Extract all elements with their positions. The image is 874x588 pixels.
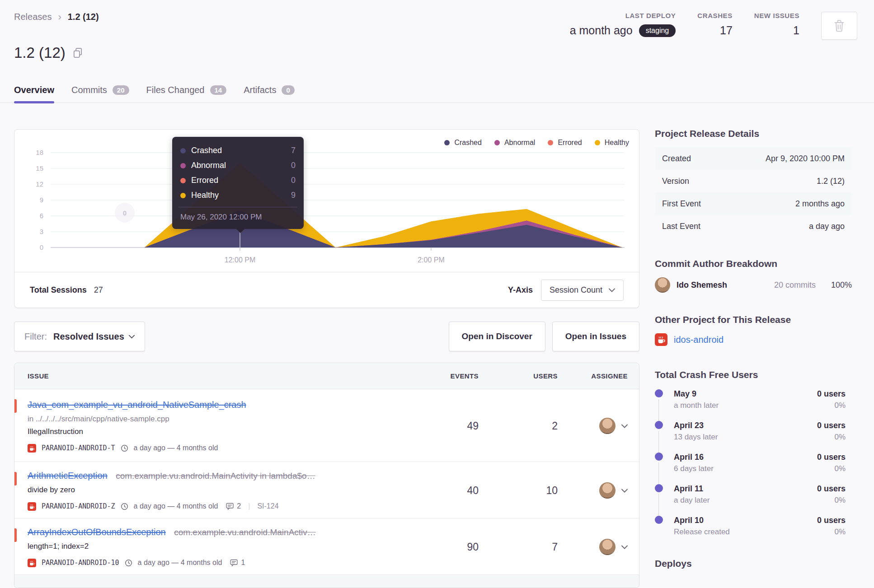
crashed-dot-icon — [444, 140, 450, 145]
svg-text:0: 0 — [40, 243, 43, 251]
breadcrumb-current: 1.2 (12) — [68, 12, 99, 22]
section-title: Other Project for This Release — [655, 314, 852, 325]
page-title: 1.2 (12) — [14, 44, 66, 61]
issue-message: IllegalInstruction — [28, 425, 429, 438]
issue-culprit: com.example.vu.android.MainActivity in l… — [116, 471, 315, 481]
legend-item-healthy[interactable]: Healthy — [595, 139, 629, 147]
issue-level-bar — [14, 399, 17, 413]
issue-events-count: 49 — [429, 420, 479, 432]
issue-row[interactable]: ArrayIndexOutOfBoundsException com.examp… — [14, 518, 639, 575]
svg-text:9: 9 — [40, 196, 43, 204]
entry-percent: 0% — [834, 495, 846, 506]
tab-strip: Overview Commits 20 Files Changed 14 Art… — [14, 85, 295, 103]
open-in-discover-button[interactable]: Open in Discover — [449, 322, 545, 351]
svg-text:12: 12 — [36, 180, 43, 188]
issue-users-count: 2 — [479, 420, 558, 432]
legend-label: Healthy — [605, 139, 629, 147]
author-commit-count: 20 commits — [774, 280, 816, 290]
project-coffee-icon — [28, 502, 36, 511]
breadcrumb-releases-link[interactable]: Releases — [14, 12, 52, 22]
tab-badge: 20 — [113, 85, 129, 95]
yaxis-label: Y-Axis — [508, 285, 533, 295]
crash-free-timeline: May 90 usersa month later0%April 230 use… — [655, 388, 852, 546]
issue-row[interactable]: Java_com_example_vu_android_NativeSample… — [14, 389, 639, 462]
issue-level-bar — [14, 472, 17, 485]
tab-badge: 0 — [282, 85, 294, 95]
timeline-dot-column — [655, 483, 663, 515]
comment-icon — [226, 503, 234, 510]
issue-events-count: 90 — [429, 541, 479, 553]
issue-title-link[interactable]: ArrayIndexOutOfBoundsException — [28, 527, 166, 537]
clock-icon — [121, 503, 128, 510]
legend-item-errored[interactable]: Errored — [548, 139, 582, 147]
tab-label: Files Changed — [146, 85, 205, 95]
legend-label: Abnormal — [504, 139, 535, 147]
copy-version-button[interactable] — [73, 47, 83, 58]
clock-icon — [121, 444, 128, 452]
chevron-down-icon[interactable] — [621, 424, 628, 428]
entry-date: April 11 — [674, 483, 703, 494]
tab-overview[interactable]: Overview — [14, 85, 54, 103]
tab-commits[interactable]: Commits 20 — [71, 85, 129, 103]
open-in-issues-button[interactable]: Open in Issues — [552, 322, 639, 351]
comment-count: 2 — [237, 500, 241, 513]
entry-percent: 0% — [834, 432, 846, 443]
assignee-avatar[interactable] — [599, 418, 616, 434]
yaxis-select[interactable]: Session Count — [541, 280, 624, 301]
legend-item-crashed[interactable]: Crashed — [444, 139, 481, 147]
chevron-down-icon[interactable] — [621, 545, 628, 549]
entry-date: May 9 — [674, 388, 696, 399]
project-link[interactable]: idos-android — [674, 335, 724, 345]
chevron-right-icon: › — [58, 13, 61, 22]
entry-users: 0 users — [817, 452, 846, 462]
detail-value: 1.2 (12) — [817, 177, 845, 186]
abnormal-dot-icon — [494, 140, 500, 145]
tab-badge: 14 — [210, 85, 227, 95]
title-row: 1.2 (12) — [14, 44, 83, 61]
section-title: Project Release Details — [655, 128, 852, 139]
total-sessions-label: Total Sessions — [30, 285, 87, 295]
chevron-down-icon[interactable] — [621, 489, 628, 493]
tab-label: Overview — [14, 85, 54, 95]
assignee-avatar[interactable] — [599, 539, 616, 555]
crash-free-entry: April 110 usersa day later0% — [655, 483, 846, 515]
filter-dropdown[interactable]: Filter: Resolved Issues — [14, 322, 145, 351]
issue-age: a day ago — 4 months old — [134, 442, 218, 454]
environment-badge: staging — [639, 24, 676, 37]
legend-label: Crashed — [454, 139, 481, 147]
issue-title-link[interactable]: ArithmeticException — [28, 471, 108, 481]
entry-relative-time: Release created — [674, 527, 730, 537]
issues-table-header: ISSUE EVENTS USERS ASSIGNEE — [14, 363, 639, 389]
legend-item-abnormal[interactable]: Abnormal — [494, 139, 535, 147]
timeline-connector — [658, 399, 659, 421]
issues-table: ISSUE EVENTS USERS ASSIGNEE Java_com_exa… — [14, 363, 639, 588]
issue-users-count: 10 — [479, 485, 558, 497]
other-project-section: Other Project for This Release idos-andr… — [655, 314, 852, 346]
issue-row[interactable]: ArithmeticException com.example.vu.andro… — [14, 462, 639, 518]
crash-free-entry: April 230 users13 days later0% — [655, 420, 846, 452]
issue-message: length=1; index=2 — [28, 540, 429, 553]
chart-legend: Crashed Abnormal Errored Healthy — [444, 139, 629, 147]
delete-release-button[interactable] — [821, 12, 857, 40]
tab-label: Commits — [71, 85, 107, 95]
main-column: Crashed Abnormal Errored Healthy 0369121… — [14, 129, 639, 588]
entry-relative-time: a month later — [674, 400, 719, 411]
section-title: Commit Author Breakdown — [655, 258, 852, 269]
tab-artifacts[interactable]: Artifacts 0 — [244, 85, 295, 103]
timeline-connector — [658, 494, 659, 516]
tab-files-changed[interactable]: Files Changed 14 — [146, 85, 227, 103]
copy-icon — [73, 47, 83, 58]
stat-label: NEW ISSUES — [754, 12, 799, 19]
timeline-dot-column — [655, 388, 663, 420]
crash-free-entry: April 160 users6 days later0% — [655, 452, 846, 483]
issue-users-count: 7 — [479, 541, 558, 553]
clock-icon — [125, 559, 132, 567]
crash-free-users-section: Total Crash Free Users May 90 usersa mon… — [655, 369, 852, 546]
issue-title-link[interactable]: Java_com_example_vu_android_NativeSample… — [28, 400, 246, 410]
filter-label: Filter: — [24, 331, 47, 342]
healthy-dot-icon — [595, 140, 600, 145]
assignee-avatar[interactable] — [599, 482, 616, 499]
filter-value: Resolved Issues — [53, 331, 124, 342]
stat-label: LAST DEPLOY — [625, 12, 676, 19]
column-events: EVENTS — [429, 372, 479, 380]
